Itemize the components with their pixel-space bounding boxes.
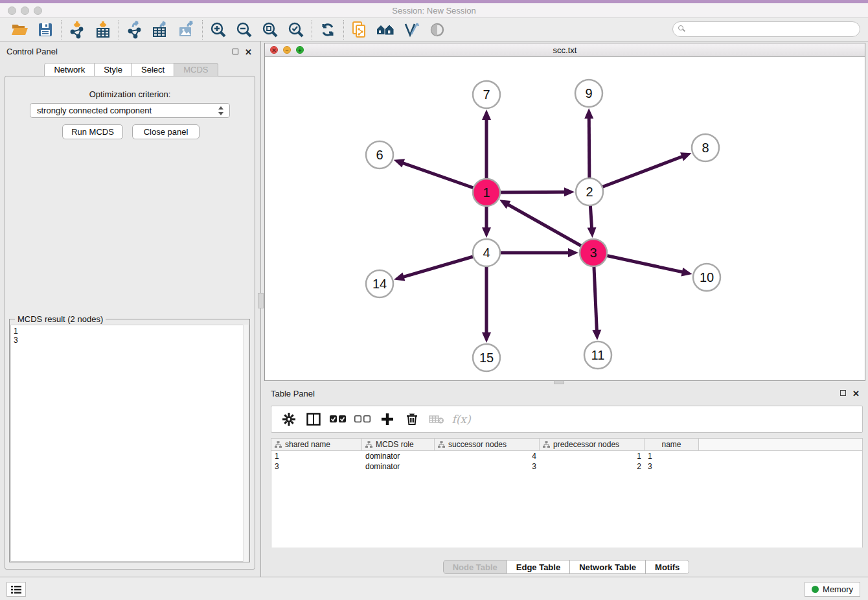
export-image-icon[interactable] [174, 19, 200, 41]
node-label-8: 8 [702, 141, 709, 155]
main-toolbar [0, 18, 868, 41]
tab-motifs[interactable]: Motifs [646, 560, 689, 574]
cell-r1-c0[interactable]: 3 [271, 461, 362, 472]
table-header-row: shared nameMCDS rolesuccessor nodesprede… [271, 439, 862, 451]
arrowhead-4-3 [568, 248, 578, 257]
import-network-icon[interactable] [64, 19, 90, 41]
optimization-criterion-dropdown[interactable]: strongly connected component [30, 103, 230, 118]
column-header-predecessor-nodes[interactable]: predecessor nodes [540, 439, 645, 451]
tab-style[interactable]: Style [95, 63, 132, 76]
result-scrollbar[interactable] [243, 325, 249, 562]
cell-r0-c0[interactable]: 1 [271, 451, 362, 461]
titlebar: Session: New Session [0, 3, 868, 18]
network-title: scc.txt [265, 45, 865, 55]
vertical-splitter[interactable] [260, 41, 261, 577]
search-input[interactable] [672, 21, 860, 37]
delete-column-icon[interactable] [400, 409, 424, 430]
toolbar-separator [312, 20, 312, 40]
toolbar-separator [343, 20, 344, 40]
memory-label: Memory [823, 584, 853, 594]
arrowhead-3-10 [681, 268, 692, 277]
cell-r1-c1[interactable]: dominator [362, 461, 435, 472]
control-panel-close-button[interactable]: ✕ [245, 47, 252, 57]
node-label-15: 15 [479, 351, 494, 365]
memory-status-dot [812, 586, 819, 593]
table-panel-float-button[interactable] [840, 389, 852, 398]
tab-edge-table[interactable]: Edge Table [507, 560, 570, 574]
control-panel-float-button[interactable] [233, 47, 245, 56]
tab-network[interactable]: Network [44, 63, 95, 76]
status-bar: Memory [0, 577, 868, 600]
dropdown-value: strongly connected component [37, 106, 152, 115]
export-network-icon[interactable] [122, 19, 148, 41]
graphics-details-icon[interactable] [424, 19, 450, 41]
node-label-14: 14 [372, 277, 387, 291]
arrowhead-1-4 [482, 227, 491, 238]
header-filler [699, 439, 862, 451]
dropdown-stepper-icon [218, 106, 224, 116]
vertical-splitter-grip[interactable] [258, 293, 264, 308]
delete-table-icon[interactable] [424, 409, 449, 430]
table-body: 1dominator4113dominator323 [271, 451, 862, 472]
cell-r0-c2[interactable]: 4 [435, 451, 540, 461]
node-label-3: 3 [589, 246, 597, 260]
memory-button[interactable]: Memory [805, 582, 860, 597]
node-table: shared nameMCDS rolesuccessor nodesprede… [271, 438, 863, 548]
cell-r1-c2[interactable]: 3 [435, 461, 540, 472]
column-header-successor-nodes[interactable]: successor nodes [435, 439, 540, 451]
toolbar-separator [61, 20, 62, 40]
network-canvas[interactable]: 7968124314101511 [265, 57, 865, 380]
refresh-layout-icon[interactable] [315, 19, 341, 41]
select-all-columns-icon[interactable] [326, 409, 350, 430]
cell-r0-c3[interactable]: 1 [540, 451, 645, 461]
fx-label: f(x) [451, 413, 470, 426]
zoom-out-icon[interactable] [231, 19, 257, 41]
network-overview-icon[interactable] [372, 19, 398, 41]
search-field-wrap [672, 21, 860, 37]
column-mode-icon[interactable] [301, 409, 326, 430]
table-panel-title: Table Panel [271, 389, 315, 398]
tab-network-table[interactable]: Network Table [570, 560, 646, 574]
node-label-7: 7 [483, 87, 490, 102]
arrowhead-4-15 [482, 332, 491, 343]
gear-icon[interactable] [277, 409, 301, 430]
tab-select[interactable]: Select [132, 63, 174, 76]
cell-r1-c4[interactable]: 3 [645, 461, 699, 472]
window-title: Session: New Session [0, 6, 868, 16]
mcds-result-list[interactable]: 1 3 [10, 325, 249, 562]
table-row[interactable]: 3dominator323 [271, 461, 862, 472]
mcds-result-title: MCDS result (2 nodes) [15, 314, 106, 324]
arrowhead-2-8 [680, 152, 691, 161]
clone-network-icon[interactable] [347, 19, 372, 41]
column-header-name[interactable]: name [645, 439, 699, 451]
close-panel-button[interactable]: Close panel [132, 124, 200, 139]
annotation-icon[interactable] [398, 19, 424, 41]
tab-mcds[interactable]: MCDS [174, 63, 218, 76]
tab-node-table[interactable]: Node Table [443, 560, 507, 574]
optimization-criterion-label: Optimization criterion: [5, 89, 255, 99]
cell-r0-c4[interactable]: 1 [645, 451, 699, 461]
add-column-icon[interactable] [375, 409, 400, 430]
toolbar-separator [202, 20, 203, 40]
table-row[interactable]: 1dominator411 [271, 451, 862, 461]
edge-2-8[interactable] [589, 155, 687, 192]
zoom-selected-icon[interactable] [283, 19, 309, 41]
toolbar-separator [119, 20, 119, 40]
edge-3-1[interactable] [504, 202, 593, 253]
unselect-all-columns-icon[interactable] [350, 409, 375, 430]
zoom-fit-icon[interactable] [257, 19, 283, 41]
run-mcds-button[interactable]: Run MCDS [62, 124, 123, 139]
import-table-icon[interactable] [90, 19, 116, 41]
node-label-10: 10 [700, 270, 714, 284]
cell-r0-c1[interactable]: dominator [362, 451, 435, 461]
column-header-shared-name[interactable]: shared name [271, 439, 362, 451]
node-label-4: 4 [483, 246, 490, 260]
open-folder-icon[interactable] [6, 19, 32, 41]
column-header-MCDS-role[interactable]: MCDS role [362, 439, 435, 451]
table-panel-close-button[interactable]: ✕ [852, 389, 860, 398]
cell-r1-c3[interactable]: 2 [540, 461, 645, 472]
export-table-icon[interactable] [148, 19, 174, 41]
save-icon[interactable] [32, 19, 58, 41]
zoom-in-icon[interactable] [205, 19, 231, 41]
task-history-button[interactable] [6, 582, 26, 597]
